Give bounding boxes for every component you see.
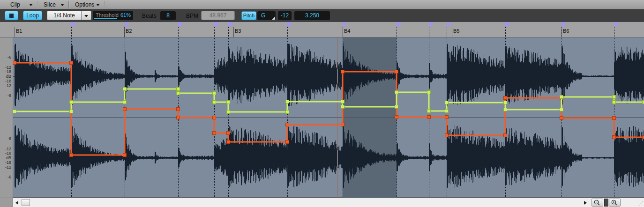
volume-envelope-node[interactable] (286, 123, 289, 126)
volume-envelope-node[interactable] (227, 140, 230, 144)
volume-envelope-node[interactable] (560, 117, 563, 120)
volume-envelope-node[interactable] (123, 154, 127, 157)
slice-flag-icon[interactable] (214, 22, 219, 29)
menu-options[interactable]: Options (69, 0, 104, 9)
beats-value-box[interactable]: 8 (160, 11, 176, 20)
volume-envelope-node[interactable] (613, 117, 616, 120)
semitones-value-box[interactable]: -12 (278, 11, 292, 20)
volume-envelope-node[interactable] (445, 116, 449, 119)
volume-envelope-node[interactable] (504, 134, 507, 137)
beat-label: B6 (563, 28, 569, 34)
volume-envelope-node[interactable] (13, 61, 16, 65)
slice-flag-icon[interactable] (614, 22, 619, 29)
key-value-box[interactable]: G (257, 11, 276, 20)
pitch-envelope-node[interactable] (177, 88, 180, 91)
pitch-envelope-node[interactable] (643, 101, 644, 104)
threshold-slider[interactable]: Threshold 61% (93, 11, 133, 20)
volume-envelope-node[interactable] (227, 132, 230, 135)
beat-tick (233, 27, 234, 37)
pitch-envelope-node[interactable] (341, 105, 344, 109)
zoom-out-button[interactable] (592, 199, 603, 207)
bpm-input[interactable]: 48.967 (201, 11, 235, 20)
pitch-envelope-node[interactable] (227, 111, 230, 114)
volume-envelope-node[interactable] (643, 136, 644, 139)
volume-envelope-node[interactable] (213, 116, 216, 119)
volume-envelope-node[interactable] (123, 108, 127, 111)
slice-flag-icon[interactable] (71, 22, 76, 29)
pitch-envelope-node[interactable] (504, 108, 507, 111)
magnifier-plus-icon (611, 200, 618, 206)
slice-flag-icon[interactable] (505, 22, 510, 29)
pitch-envelope-node[interactable] (123, 88, 127, 91)
pitch-envelope-node[interactable] (213, 92, 216, 95)
menu-slice[interactable]: Slice (38, 0, 68, 9)
volume-envelope-node[interactable] (395, 116, 398, 119)
slice-flag-icon[interactable] (178, 22, 183, 29)
pitch-envelope-node[interactable] (445, 101, 449, 104)
pitch-envelope-node[interactable] (560, 96, 563, 99)
pitch-envelope-node[interactable] (504, 101, 507, 104)
db-scale-label: -18 (0, 79, 11, 83)
pitch-envelope-node[interactable] (613, 96, 616, 99)
pitch-envelope-node[interactable] (286, 111, 289, 114)
pitch-envelope-node[interactable] (177, 92, 180, 95)
volume-envelope-node[interactable] (445, 134, 449, 137)
menu-clip[interactable]: Clip (5, 0, 37, 9)
beat-label: B2 (126, 28, 132, 34)
pitch-envelope-node[interactable] (395, 91, 398, 94)
chevron-down-icon (96, 4, 100, 6)
pitch-envelope-node[interactable] (613, 101, 616, 104)
scroll-right-arrow-icon[interactable] (584, 201, 587, 205)
pitch-envelope-node[interactable] (560, 108, 563, 111)
waveform-area[interactable]: -6-12-18dB-18-12-6-6-12-18dB-18-12-6 (0, 37, 644, 198)
volume-envelope-node[interactable] (177, 116, 180, 119)
beat-label: B3 (235, 28, 241, 34)
volume-envelope-node[interactable] (70, 61, 73, 65)
db-scale-label: dB (0, 74, 11, 79)
pitch-envelope[interactable] (15, 89, 644, 112)
volume-envelope-node[interactable] (427, 116, 431, 119)
pitch-envelope-node[interactable] (427, 110, 431, 113)
pitch-envelope-node[interactable] (286, 100, 289, 104)
pitch-envelope-node[interactable] (123, 101, 127, 104)
loop-button[interactable]: Loop (23, 11, 42, 20)
menu-options-label: Options (75, 0, 94, 9)
pitch-button[interactable]: Pitch (241, 11, 256, 20)
volume-envelope-node[interactable] (341, 70, 344, 74)
scrollbar-corner (0, 198, 13, 207)
envelope-layer[interactable] (13, 37, 644, 198)
volume-envelope-node[interactable] (613, 136, 616, 139)
pitch-envelope-node[interactable] (70, 101, 73, 104)
volume-envelope-node[interactable] (70, 154, 73, 157)
pitch-envelope-node[interactable] (427, 91, 431, 94)
note-value-dropdown[interactable]: 1/4 Note (47, 11, 82, 20)
pitch-envelope-node[interactable] (213, 101, 216, 104)
slice-flag-icon[interactable] (397, 22, 402, 29)
volume-envelope-node[interactable] (286, 140, 289, 144)
volume-envelope-node[interactable] (213, 132, 216, 135)
slice-flag-icon[interactable] (287, 22, 292, 29)
volume-envelope-node[interactable] (341, 123, 344, 126)
scroll-left-arrow-icon[interactable] (15, 201, 18, 205)
beat-ruler[interactable]: B1B2B3B4B5B6 (0, 22, 644, 37)
fine-pitch-value-box[interactable]: 3.250 (294, 11, 330, 20)
pitch-envelope-node[interactable] (395, 105, 398, 109)
pitch-envelope-node[interactable] (13, 110, 16, 113)
volume-envelope-node[interactable] (504, 96, 507, 100)
scrollbar-thumb[interactable] (22, 199, 30, 206)
pitch-envelope-node[interactable] (341, 100, 344, 104)
pitch-envelope-node[interactable] (445, 110, 449, 113)
pitch-envelope-node[interactable] (227, 101, 230, 104)
zoom-divider-handle[interactable] (604, 199, 608, 207)
zoom-in-button[interactable] (609, 199, 621, 207)
slice-flag-icon[interactable] (447, 22, 452, 29)
volume-envelope-node[interactable] (395, 70, 398, 74)
slice-flag-icon[interactable] (228, 22, 233, 29)
stop-button[interactable] (5, 11, 18, 20)
toolbar: Loop 1/4 Note Threshold 61% Beats 8 BPM … (0, 10, 644, 22)
beats-label: Beats (142, 13, 157, 19)
pitch-envelope-node[interactable] (70, 110, 73, 113)
volume-envelope-node[interactable] (177, 108, 180, 111)
note-dropdown-arrow-button[interactable] (81, 11, 91, 20)
slice-flag-icon[interactable] (429, 22, 434, 29)
